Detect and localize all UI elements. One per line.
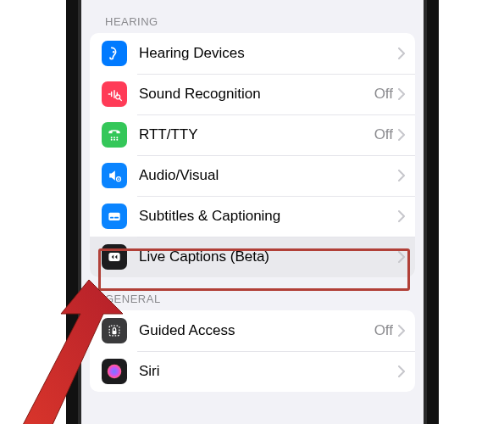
svg-rect-11 [110, 217, 114, 219]
siri-orb-icon [102, 359, 127, 384]
row-sound-recognition[interactable]: Sound Recognition Off [90, 74, 415, 114]
chevron-right-icon [398, 88, 405, 100]
chevron-right-icon [398, 129, 405, 141]
svg-point-6 [114, 139, 115, 141]
chevron-right-icon [398, 325, 405, 337]
chevron-right-icon [398, 365, 405, 377]
speaker-eye-icon [102, 163, 127, 188]
svg-point-9 [118, 178, 119, 180]
bezel-left [78, 0, 81, 424]
svg-point-5 [111, 139, 113, 141]
row-label: Hearing Devices [139, 45, 393, 62]
row-live-captions[interactable]: Live Captions (Beta) [90, 237, 415, 277]
svg-point-2 [111, 137, 113, 138]
row-label: Sound Recognition [139, 86, 374, 103]
caption-box-icon [102, 204, 127, 229]
svg-rect-15 [113, 331, 117, 334]
chevron-right-icon [398, 251, 405, 263]
svg-rect-12 [114, 217, 119, 219]
group-hearing: Hearing Devices Sound Recognition Off RT… [90, 33, 415, 277]
section-header-hearing: HEARING [78, 0, 427, 33]
ear-icon [102, 41, 127, 66]
row-siri[interactable]: Siri [90, 351, 415, 392]
chevron-right-icon [398, 210, 405, 222]
row-label: Guided Access [139, 322, 374, 339]
row-subtitles-captioning[interactable]: Subtitles & Captioning [90, 196, 415, 237]
row-label: Audio/Visual [139, 167, 393, 184]
svg-point-0 [113, 51, 115, 53]
row-hearing-devices[interactable]: Hearing Devices [90, 33, 415, 74]
live-caption-icon [102, 244, 127, 270]
chevron-right-icon [398, 170, 405, 181]
bezel-right [424, 0, 427, 424]
svg-point-16 [108, 365, 122, 379]
svg-rect-10 [108, 213, 119, 220]
svg-point-4 [116, 137, 118, 138]
chevron-right-icon [398, 47, 405, 59]
section-header-general: GENERAL [78, 277, 427, 310]
wave-search-icon [102, 81, 127, 107]
phone-old-icon [102, 122, 127, 148]
lock-frame-icon [102, 318, 127, 343]
row-guided-access[interactable]: Guided Access Off [90, 310, 415, 351]
svg-point-7 [116, 139, 118, 141]
row-status: Off [374, 126, 393, 143]
row-rtt-tty[interactable]: RTT/TTY Off [90, 114, 415, 155]
group-general: Guided Access Off Siri [90, 310, 415, 392]
phone-screen: HEARING Hearing Devices Sound Recognitio… [66, 0, 439, 424]
row-label: Live Captions (Beta) [139, 248, 393, 265]
row-label: Subtitles & Captioning [139, 208, 393, 225]
row-status: Off [374, 322, 393, 339]
row-label: RTT/TTY [139, 126, 374, 143]
row-audio-visual[interactable]: Audio/Visual [90, 155, 415, 196]
svg-rect-13 [108, 253, 119, 261]
svg-point-3 [114, 137, 115, 138]
row-label: Siri [139, 363, 393, 380]
row-status: Off [374, 86, 393, 103]
